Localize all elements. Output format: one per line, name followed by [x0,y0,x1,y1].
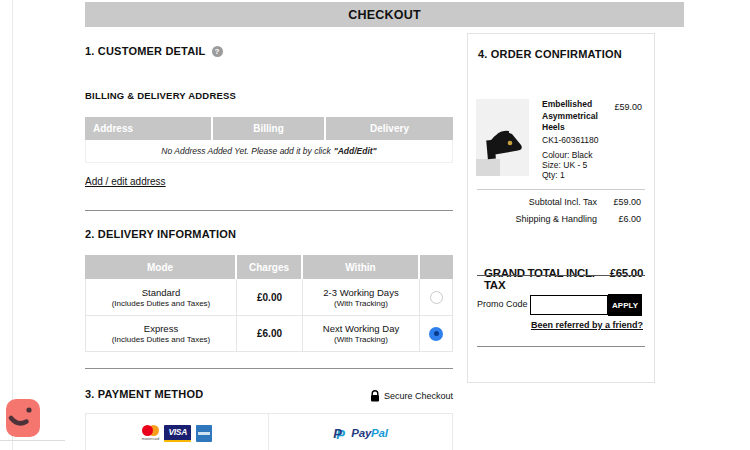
standard-charge-cell: £0.00 [237,279,303,315]
product-name-line1: Embellished [542,99,608,111]
within-column-header: Within [303,255,420,279]
order-confirmation-heading: 4. ORDER CONFIRMATION [478,48,622,60]
help-icon[interactable]: ? [212,46,223,57]
mode-name: Standard [142,287,181,298]
section-divider [85,210,453,211]
subtotal-value: £59.00 [597,197,641,207]
grand-total-value: £65.00 [610,267,643,291]
delivery-option-standard[interactable]: Standard (Includes Duties and Taxes) £0.… [86,279,452,315]
mastercard-icon: mastercard [142,425,160,441]
payment-method-heading: 3. PAYMENT METHOD [85,388,203,400]
promo-code-input[interactable] [530,295,608,315]
address-column-header: Address [85,117,213,140]
product-price: £59.00 [614,102,642,112]
within-note: (With Tracking) [334,299,388,308]
express-mode-cell: Express (Includes Duties and Taxes) [86,316,237,351]
lock-icon [370,390,380,402]
shipping-label: Shipping & Handling [515,214,597,224]
address-table-header: Address Billing Delivery [85,117,453,140]
delivery-table-header: Mode Charges Within [85,255,453,279]
product-size: Size: UK - 5 [542,160,608,170]
product-qty: Qty: 1 [542,170,608,180]
page-bottom-edge [0,440,65,441]
charge-value: £0.00 [257,292,282,303]
customer-detail-section-header: 1. CUSTOMER DETAIL ? [85,45,223,57]
payment-method-section-header: 3. PAYMENT METHOD [85,388,203,400]
billing-column-header: Billing [213,117,326,140]
within-value: 2-3 Working Days [323,287,398,298]
customer-detail-heading: 1. CUSTOMER DETAIL [85,45,206,57]
mode-note: (Includes Duties and Taxes) [112,299,211,308]
billing-delivery-address-label: BILLING & DELIVERY ADDRESS [85,90,236,101]
express-charge-cell: £6.00 [237,316,303,351]
no-address-text-emphasis: "Add/Edit" [334,146,377,156]
section-divider [85,368,453,369]
delivery-option-express[interactable]: Express (Includes Duties and Taxes) £6.0… [86,315,452,351]
standard-select-cell [420,279,452,315]
secure-checkout-label: Secure Checkout [384,391,453,401]
apply-button[interactable]: APPLY [608,294,642,316]
paypal-icon: P P [333,426,346,441]
select-column-header [420,255,453,279]
add-edit-address-link[interactable]: Add / edit address [85,176,166,187]
referral-link[interactable]: Been referred by a friend? [531,320,643,330]
express-radio-button[interactable] [429,327,443,341]
no-address-message: No Address Added Yet. Please add it by c… [85,140,453,163]
card-payment-tab[interactable]: mastercard VISA [86,414,269,450]
standard-within-cell: 2-3 Working Days (With Tracking) [303,279,420,315]
address-table: Address Billing Delivery No Address Adde… [85,117,453,163]
within-value: Next Working Day [323,323,399,334]
promo-code-label: Promo Code [477,299,528,309]
express-within-cell: Next Working Day (With Tracking) [303,316,420,351]
within-note: (With Tracking) [334,335,388,344]
charges-column-header: Charges [237,255,303,279]
standard-mode-cell: Standard (Includes Duties and Taxes) [86,279,237,315]
delivery-information-section-header: 2. DELIVERY INFORMATION [85,228,236,240]
standard-radio-button[interactable] [430,291,443,304]
subtotal-row: Subtotal Incl. Tax £59.00 [478,197,641,207]
promo-divider [477,275,645,276]
paypal-wordmark: PayPal [351,427,388,439]
shipping-row: Shipping & Handling £6.00 [478,214,641,224]
grand-total-label: GRAND TOTAL INCL. TAX [484,267,610,291]
product-image [476,99,529,176]
shipping-value: £6.00 [597,214,641,224]
chat-widget-button[interactable] [6,399,40,437]
grand-total-row: GRAND TOTAL INCL. TAX £65.00 [484,267,643,291]
summary-divider [477,189,645,190]
order-confirmation-panel: 4. ORDER CONFIRMATION Embellished Asymme… [467,33,655,383]
product-colour: Colour: Black [542,150,608,160]
secure-checkout-badge: Secure Checkout [370,390,453,402]
checkout-main-column: 1. CUSTOMER DETAIL ? BILLING & DELIVERY … [85,0,453,450]
mode-column-header: Mode [85,255,237,279]
heel-shoe-image [476,99,529,176]
page-left-edge [12,0,13,450]
product-name-line2: Asymmetrical Heels [542,111,608,134]
visa-icon: VISA [164,425,191,442]
delivery-column-header: Delivery [326,117,453,140]
delivery-options-table: Mode Charges Within Standard (Includes D… [85,255,453,352]
no-address-text: No Address Added Yet. Please add it by c… [161,146,330,156]
mode-note: (Includes Duties and Taxes) [112,335,211,344]
amex-icon [196,425,212,442]
express-select-cell [420,316,452,351]
mode-name: Express [144,323,178,334]
payment-methods-box: mastercard VISA P P PayPal [85,413,453,450]
charge-value: £6.00 [257,328,282,339]
product-sku: CK1-60361180 [542,134,608,147]
delivery-information-heading: 2. DELIVERY INFORMATION [85,228,236,240]
paypal-tab[interactable]: P P PayPal [269,414,452,450]
delivery-table-body: Standard (Includes Duties and Taxes) £0.… [85,279,453,352]
subtotal-label: Subtotal Incl. Tax [529,197,597,207]
panel-bottom-divider [477,346,645,347]
product-details: Embellished Asymmetrical Heels CK1-60361… [542,99,608,180]
chat-smiley-icon [6,399,40,437]
